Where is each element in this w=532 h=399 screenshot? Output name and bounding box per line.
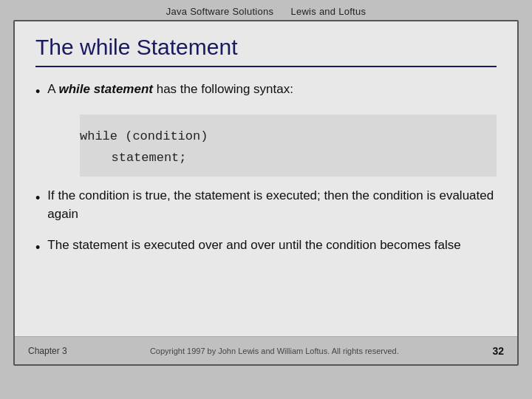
slide-title-text: The while Statement [35,35,237,59]
code-line-2: statement; [80,148,497,169]
footer-copyright: Copyright 1997 by John Lewis and William… [67,347,482,355]
header-left: Java Software Solutions [166,6,273,17]
code-line-1: while (condition) [80,126,497,148]
bullet3-text: The statement is executed over and over … [47,236,460,255]
code-block-item: while (condition) statement; [35,115,497,177]
footer-chapter: Chapter 3 [28,346,67,356]
header-bar: Java Software Solutions Lewis and Loftus [0,0,532,20]
slide-title: The while Statement [35,35,497,67]
header-right: Lewis and Loftus [290,6,366,17]
bullet-dot: • [35,238,40,257]
list-item: • The statement is executed over and ove… [35,236,497,257]
bullet-dot: • [35,188,40,208]
footer-bar: Chapter 3 Copyright 1997 by John Lewis a… [15,336,517,364]
bullet-dot: • [35,82,40,101]
list-item: • If the condition is true, the statemen… [35,187,497,223]
bullet2-text: If the condition is true, the statement … [47,187,497,223]
bullet1-text: A while statement has the following synt… [47,81,293,99]
footer-page-number: 32 [482,345,504,357]
bullet-list: • A while statement has the following sy… [35,81,497,327]
list-item: • A while statement has the following sy… [35,81,497,101]
slide-container: The while Statement • A while statement … [13,20,519,366]
code-block: while (condition) statement; [80,115,497,177]
